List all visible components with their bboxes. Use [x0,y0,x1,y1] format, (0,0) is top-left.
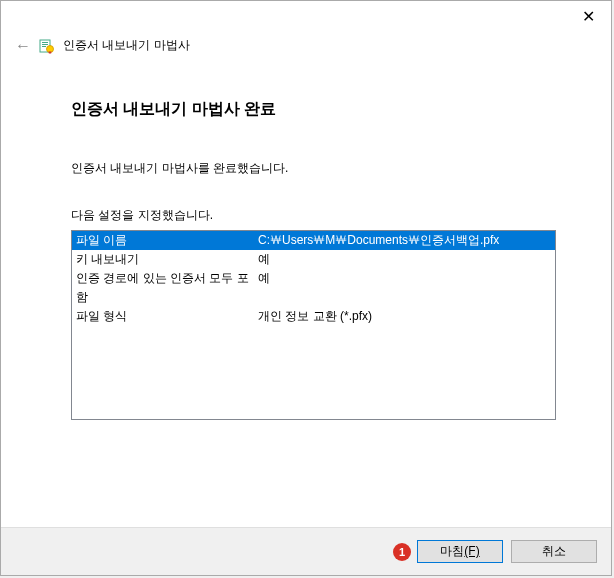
annotation-badge: 1 [393,543,411,561]
settings-key: 키 내보내기 [76,250,258,269]
svg-point-4 [47,45,54,52]
wizard-content: 인증서 내보내기 마법사 완료 인증서 내보내기 마법사를 완료했습니다. 다음… [1,64,611,527]
svg-rect-3 [42,46,46,47]
back-arrow-icon: ← [15,38,31,54]
settings-key: 인증 경로에 있는 인증서 모두 포함 [76,269,258,307]
settings-row[interactable]: 인증 경로에 있는 인증서 모두 포함 예 [72,269,555,307]
status-text: 인증서 내보내기 마법사를 완료했습니다. [71,160,561,177]
close-icon: ✕ [582,7,595,26]
finish-button[interactable]: 마침(F) [417,540,503,563]
settings-value: C:￦Users￦M￦Documents￦인증서백업.pfx [258,231,551,250]
finish-button-mnemonic: (F) [464,544,479,558]
settings-value: 개인 정보 교환 (*.pfx) [258,307,551,326]
finish-button-label: 마침 [440,544,464,558]
settings-listbox[interactable]: 파일 이름 C:￦Users￦M￦Documents￦인증서백업.pfx 키 내… [71,230,556,420]
page-heading: 인증서 내보내기 마법사 완료 [71,99,561,120]
titlebar: ✕ [1,1,611,31]
cancel-button[interactable]: 취소 [511,540,597,563]
wizard-title: 인증서 내보내기 마법사 [63,37,190,54]
settings-row[interactable]: 파일 이름 C:￦Users￦M￦Documents￦인증서백업.pfx [72,231,555,250]
cancel-button-label: 취소 [542,544,566,558]
settings-label: 다음 설정을 지정했습니다. [71,207,561,224]
certificate-wizard-icon [39,38,55,54]
wizard-window: ✕ ← 인증서 내보내기 마법사 인증서 내보내기 마법사 완료 인증서 내보내… [0,0,612,576]
svg-rect-2 [42,44,48,45]
settings-row[interactable]: 키 내보내기 예 [72,250,555,269]
svg-rect-1 [42,42,48,43]
settings-row[interactable]: 파일 형식 개인 정보 교환 (*.pfx) [72,307,555,326]
settings-key: 파일 형식 [76,307,258,326]
settings-value: 예 [258,250,551,269]
wizard-header: ← 인증서 내보내기 마법사 [1,31,611,64]
settings-value: 예 [258,269,551,307]
wizard-footer: 1 마침(F) 취소 [1,527,611,575]
close-button[interactable]: ✕ [566,1,611,31]
settings-key: 파일 이름 [76,231,258,250]
